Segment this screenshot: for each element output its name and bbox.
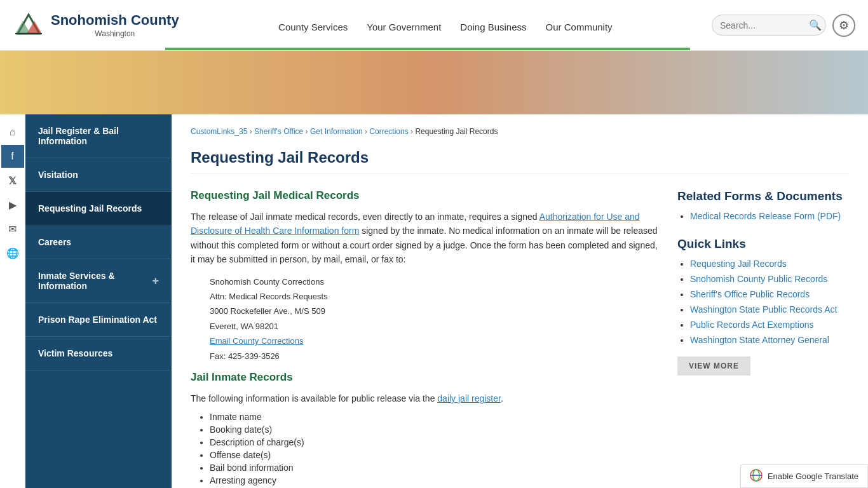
list-item: Booking date(s): [210, 424, 658, 435]
settings-button[interactable]: ⚙: [832, 14, 855, 37]
quick-link-sheriffs-public[interactable]: Sheriff's Office Public Records: [690, 289, 810, 299]
medical-para: The release of Jail inmate medical recor…: [191, 210, 658, 267]
address-line3: 3000 Rockefeller Ave., M/S 509: [210, 304, 658, 318]
search-box: 🔍: [712, 15, 826, 36]
main-content: CustomLinks_35 › Sheriff's Office › Get …: [172, 114, 868, 488]
right-sidebar: Related Forms & Documents Medical Record…: [677, 189, 849, 488]
medical-section-title: Requesting Jail Medical Records: [191, 189, 658, 202]
list-item: Offense date(s): [210, 450, 658, 460]
breadcrumb-customlinks[interactable]: CustomLinks_35: [191, 127, 247, 136]
daily-jail-register-link[interactable]: daily jail register: [437, 393, 501, 403]
breadcrumb-sheriffs[interactable]: Sheriff's Office: [254, 127, 303, 136]
breadcrumb-get-info[interactable]: Get Information: [310, 127, 363, 136]
quick-links-section: Quick Links Requesting Jail Records Snoh…: [677, 237, 849, 376]
nav-item-inmate-services[interactable]: Inmate Services & Information +: [25, 259, 172, 303]
list-item: Medical Records Release Form (PDF): [690, 211, 849, 221]
address-line2: Attn: Medical Records Requests: [210, 289, 658, 304]
address-line4: Everett, WA 98201: [210, 319, 658, 334]
nav-our-community[interactable]: Our Community: [546, 18, 613, 36]
facebook-icon[interactable]: f: [1, 145, 24, 168]
email-icon[interactable]: ✉: [1, 217, 24, 240]
inmate-para: The following information is available f…: [191, 391, 658, 405]
list-item: Inmate name: [210, 412, 658, 422]
forms-links: Medical Records Release Form (PDF): [677, 211, 849, 221]
search-area: 🔍 ⚙: [712, 14, 855, 37]
search-input[interactable]: [720, 20, 809, 30]
search-button[interactable]: 🔍: [809, 19, 822, 31]
breadcrumb: CustomLinks_35 › Sheriff's Office › Get …: [191, 127, 849, 136]
home-icon[interactable]: ⌂: [1, 121, 24, 144]
breadcrumb-current: Requesting Jail Records: [415, 127, 498, 136]
left-nav: Jail Register & Bail Information Visitat…: [25, 114, 172, 488]
nav-county-services[interactable]: County Services: [278, 18, 348, 36]
header: Snohomish County Washington County Servi…: [0, 0, 868, 51]
inmate-bullet-list: Inmate name Booking date(s) Description …: [210, 412, 658, 485]
nav-item-jail-register[interactable]: Jail Register & Bail Information: [25, 114, 172, 158]
translate-icon: [750, 469, 763, 484]
page-title: Requesting Jail Records: [191, 149, 849, 173]
main-text: Requesting Jail Medical Records The rele…: [191, 189, 658, 488]
twitter-icon[interactable]: 𝕏: [1, 169, 24, 192]
list-item: Washington State Public Records Act: [690, 304, 849, 315]
main-nav: County Services Your Government Doing Bu…: [179, 15, 712, 36]
inmate-section-title: Jail Inmate Records: [191, 371, 658, 384]
nav-your-government[interactable]: Your Government: [367, 18, 441, 36]
logo-name: Snohomish County: [51, 12, 179, 29]
nav-item-visitation[interactable]: Visitation: [25, 158, 172, 192]
svg-marker-2: [27, 21, 42, 34]
social-sidebar: ⌂ f 𝕏 ▶ ✉ 🌐: [0, 114, 25, 488]
quick-link-attorney-general[interactable]: Washington State Attorney General: [690, 335, 829, 345]
list-item: Description of charge(s): [210, 437, 658, 447]
quick-link-wa-public[interactable]: Washington State Public Records Act: [690, 304, 837, 315]
quick-links-title: Quick Links: [677, 237, 849, 251]
logo-icon: [13, 11, 44, 39]
email-county-link[interactable]: Email County Corrections: [210, 336, 303, 346]
hero-banner: [0, 51, 868, 114]
list-item: Snohomish County Public Records: [690, 274, 849, 284]
translate-label: Enable Google Translate: [768, 471, 858, 481]
logo-area: Snohomish County Washington: [13, 11, 179, 39]
list-item: Bail bond information: [210, 463, 658, 473]
nav-item-requesting-jail[interactable]: Requesting Jail Records: [25, 192, 172, 226]
list-item: Requesting Jail Records: [690, 259, 849, 269]
nav-item-prison-rape[interactable]: Prison Rape Elimination Act: [25, 303, 172, 337]
forms-title: Related Forms & Documents: [677, 189, 849, 203]
quick-link-requesting[interactable]: Requesting Jail Records: [690, 259, 787, 269]
forms-section: Related Forms & Documents Medical Record…: [677, 189, 849, 221]
quick-links: Requesting Jail Records Snohomish County…: [677, 259, 849, 345]
footer-translate-bar[interactable]: Enable Google Translate: [740, 464, 868, 488]
list-item: Sheriff's Office Public Records: [690, 289, 849, 299]
list-item: Washington State Attorney General: [690, 335, 849, 345]
quick-link-snohomish-public[interactable]: Snohomish County Public Records: [690, 274, 827, 284]
medical-release-form-link[interactable]: Medical Records Release Form (PDF): [690, 211, 841, 221]
quick-link-exemptions[interactable]: Public Records Act Exemptions: [690, 320, 814, 330]
content-columns: Requesting Jail Medical Records The rele…: [191, 189, 849, 488]
logo-text: Snohomish County Washington: [51, 12, 179, 38]
list-item: Public Records Act Exemptions: [690, 320, 849, 330]
expand-icon: +: [152, 274, 159, 288]
view-more-button[interactable]: VIEW MORE: [677, 356, 750, 376]
content-area: ⌂ f 𝕏 ▶ ✉ 🌐 Jail Register & Bail Informa…: [0, 114, 868, 488]
globe-icon[interactable]: 🌐: [1, 241, 24, 264]
fax: Fax: 425-339-3526: [210, 349, 658, 363]
nav-underline: [165, 48, 690, 50]
nav-item-careers[interactable]: Careers: [25, 226, 172, 259]
youtube-icon[interactable]: ▶: [1, 193, 24, 216]
address-block: Snohomish County Corrections Attn: Medic…: [210, 274, 658, 363]
nav-doing-business[interactable]: Doing Business: [460, 18, 526, 36]
address-line1: Snohomish County Corrections: [210, 274, 658, 289]
list-item: Arresting agency: [210, 475, 658, 485]
logo-sub: Washington: [51, 29, 179, 38]
email-link: Email County Corrections: [210, 334, 658, 348]
breadcrumb-corrections[interactable]: Corrections: [369, 127, 408, 136]
nav-item-victim-resources[interactable]: Victim Resources: [25, 337, 172, 370]
